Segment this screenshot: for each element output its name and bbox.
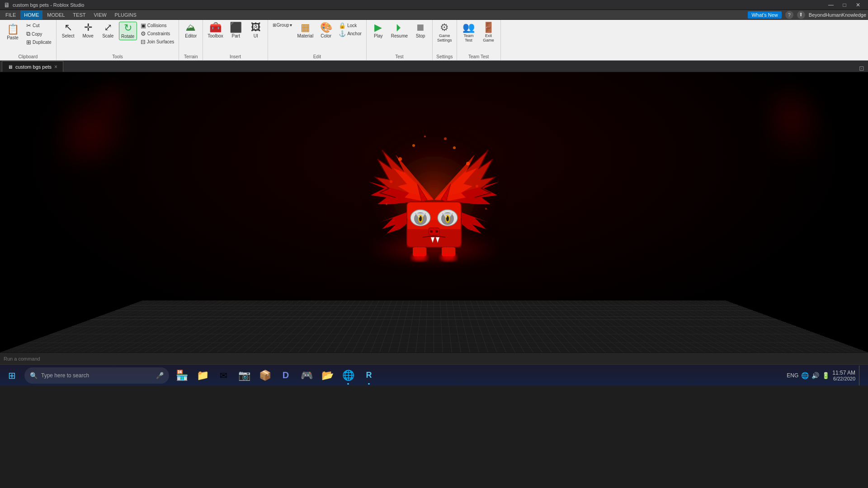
taskbar-clock[interactable]: 11:57 AM 6/22/2020	[832, 370, 855, 381]
menu-home[interactable]: HOME	[20, 10, 42, 19]
battery-icon[interactable]: 🔋	[821, 371, 830, 380]
resume-button[interactable]: ⏵ Resume	[389, 22, 410, 39]
share-icon[interactable]: ⬆	[797, 11, 805, 19]
lock-button[interactable]: 🔒 Lock	[337, 22, 363, 29]
clock-time: 11:57 AM	[832, 370, 855, 376]
clipboard-content: 📋 Paste ✂ Cut ⧉ Copy ⊞ Duplicate	[3, 22, 53, 53]
group-button[interactable]: ⊞ Group ▾	[271, 22, 294, 28]
svg-point-27	[390, 180, 392, 183]
color-button[interactable]: 🎨 Color	[317, 22, 335, 39]
play-icon: ▶	[374, 23, 382, 33]
network-icon[interactable]: 🌐	[800, 371, 810, 380]
tab-close-button[interactable]: ×	[54, 64, 57, 70]
taskbar-app-minecraft[interactable]: 📦	[255, 366, 275, 385]
maximize-button[interactable]: □	[838, 0, 851, 9]
exit-game-button[interactable]: 🚪 ExitGame	[480, 22, 498, 43]
show-desktop-button[interactable]	[859, 366, 863, 385]
ui-button[interactable]: 🖼 UI	[247, 22, 265, 39]
taskbar-app-discord[interactable]: D	[276, 366, 296, 385]
svg-point-32	[386, 203, 387, 205]
help-icon[interactable]: ?	[785, 11, 793, 19]
menu-file[interactable]: FILE	[2, 10, 19, 19]
test-content: ▶ Play ⏵ Resume ⏹ Stop	[369, 22, 429, 53]
cut-button[interactable]: ✂ Cut	[24, 22, 53, 29]
play-button[interactable]: ▶ Play	[369, 22, 387, 39]
material-button[interactable]: ▦ Material	[296, 22, 316, 39]
duplicate-button[interactable]: ⊞ Duplicate	[24, 38, 53, 46]
paste-button[interactable]: 📋 Paste	[3, 22, 23, 41]
team-test-label: Team Test	[468, 53, 489, 59]
settings-icon: ⚙	[440, 23, 449, 33]
taskbar-app-camera[interactable]: 📷	[234, 366, 254, 385]
anchor-button[interactable]: ⚓ Anchor	[337, 30, 363, 38]
taskbar-app-explorer[interactable]: 📂	[317, 366, 337, 385]
rotate-button[interactable]: ↻ Rotate	[119, 22, 137, 40]
menu-plugins[interactable]: PLUGINS	[111, 10, 140, 19]
clipboard-col: ✂ Cut ⧉ Copy ⊞ Duplicate	[24, 22, 53, 46]
select-button[interactable]: ↖ Select	[59, 22, 77, 39]
monster-container	[344, 109, 524, 281]
game-settings-button[interactable]: ⚙ GameSettings	[435, 22, 454, 43]
insert-content: 🧰 Toolbox ⬛ Part 🖼 UI	[206, 22, 264, 53]
editor-button[interactable]: ⛰ Editor	[182, 22, 200, 39]
ribbon: 📋 Paste ✂ Cut ⧉ Copy ⊞ Duplicate Clipboa…	[0, 20, 868, 61]
clock-date: 6/22/2020	[832, 376, 855, 381]
duplicate-icon: ⊞	[26, 39, 31, 46]
menu-view[interactable]: VIEW	[90, 10, 110, 19]
viewport	[0, 72, 868, 352]
ribbon-group-clipboard: 📋 Paste ✂ Cut ⧉ Copy ⊞ Duplicate Clipboa…	[0, 20, 57, 60]
close-button[interactable]: ✕	[852, 0, 864, 9]
search-placeholder: Type here to search	[41, 372, 152, 379]
tools-content: ↖ Select ✛ Move ⤢ Scale ↻ Rotate ▣ Colli…	[59, 22, 176, 53]
insert-label: Insert	[230, 53, 241, 59]
scale-button[interactable]: ⤢ Scale	[99, 22, 117, 39]
tab-icon: 🖥	[8, 64, 13, 70]
svg-point-30	[412, 144, 415, 147]
app-icon: 🖥	[4, 1, 10, 9]
start-button[interactable]: ⊞	[2, 366, 22, 385]
maximize-viewport-icon[interactable]: ⊡	[857, 65, 866, 72]
part-button[interactable]: ⬛ Part	[227, 22, 245, 39]
whats-new-button[interactable]: What's New	[748, 11, 781, 19]
steam-icon: 🎮	[301, 370, 313, 381]
terrain-label: Terrain	[184, 53, 198, 59]
collisions-button[interactable]: ▣ Collisions	[139, 22, 176, 29]
volume-icon[interactable]: 🔊	[811, 371, 820, 380]
join-surfaces-button[interactable]: ⊟ Join Surfaces	[139, 38, 176, 46]
explorer-icon: 📂	[321, 370, 334, 381]
edit-col2: 🔒 Lock ⚓ Anchor	[337, 22, 363, 38]
resume-icon: ⏵	[394, 23, 404, 33]
taskbar-app-mail[interactable]: ✉	[213, 366, 233, 385]
smoke-effect-3	[90, 77, 136, 122]
menu-model[interactable]: MODEL	[43, 10, 68, 19]
ribbon-group-terrain: ⛰ Editor Terrain	[179, 20, 203, 60]
titlebar-controls: — □ ✕	[825, 0, 864, 9]
titlebar-left: 🖥 custom bgs pets - Roblox Studio	[4, 1, 84, 9]
minimize-button[interactable]: —	[825, 0, 837, 9]
menu-test[interactable]: TEST	[69, 10, 89, 19]
taskbar-app-roblox[interactable]: R	[359, 366, 379, 385]
stop-button[interactable]: ⏹ Stop	[411, 22, 429, 39]
microphone-icon[interactable]: 🎤	[156, 372, 164, 379]
copy-button[interactable]: ⧉ Copy	[24, 30, 53, 38]
tab-custom-bgs-pets[interactable]: 🖥 custom bgs pets ×	[2, 61, 63, 72]
taskbar-apps: 🏪 📁 ✉ 📷 📦 D 🎮 📂 🌐 R	[172, 366, 786, 385]
color-icon: 🎨	[320, 23, 332, 33]
username-label[interactable]: BeyondHumanKnowledge	[809, 12, 866, 18]
svg-point-26	[398, 157, 402, 161]
taskbar-search[interactable]: 🔍 Type here to search 🎤	[24, 367, 169, 384]
team-test-icon: 👥	[462, 23, 475, 33]
taskbar-app-files[interactable]: 📁	[193, 366, 212, 385]
team-test-button[interactable]: 👥 TeamTest	[460, 22, 478, 43]
tools-label: Tools	[112, 53, 123, 59]
language-icon[interactable]: ENG	[787, 372, 798, 379]
constraints-button[interactable]: ⚙ Constraints	[139, 30, 176, 38]
ui-icon: 🖼	[251, 23, 261, 33]
taskbar-app-chrome[interactable]: 🌐	[338, 366, 358, 385]
move-button[interactable]: ✛ Move	[79, 22, 97, 39]
taskbar-app-store[interactable]: 🏪	[172, 366, 192, 385]
edit-col1: ⊞ Group ▾	[271, 22, 294, 28]
command-input[interactable]	[4, 356, 864, 361]
taskbar-app-steam[interactable]: 🎮	[297, 366, 316, 385]
toolbox-button[interactable]: 🧰 Toolbox	[206, 22, 225, 39]
